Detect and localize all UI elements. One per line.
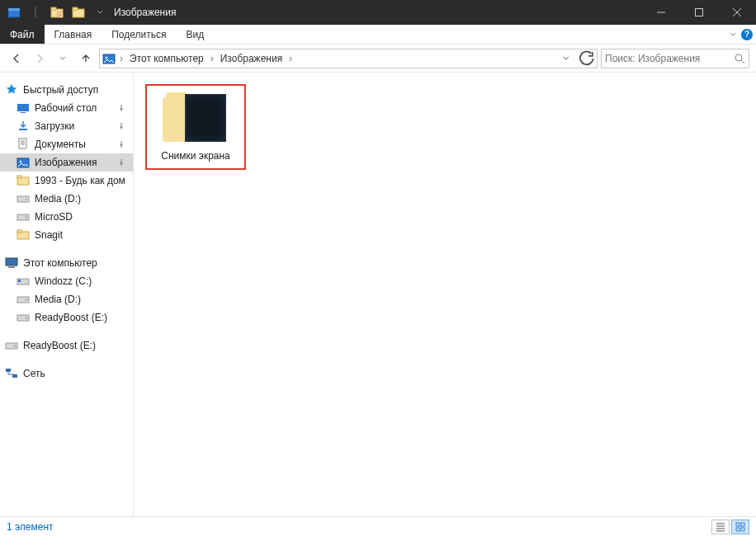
nav-forward-button[interactable] [30, 49, 50, 68]
tree-item-readyboost[interactable]: ReadyBoost (E:) [0, 336, 133, 355]
drive-icon [17, 311, 30, 324]
svg-rect-48 [741, 523, 744, 526]
tree-item-folder-snagit[interactable]: Snagit [0, 226, 133, 244]
svg-rect-4 [51, 7, 56, 10]
downloads-icon [17, 120, 30, 133]
svg-rect-42 [12, 374, 17, 378]
svg-rect-17 [19, 139, 26, 148]
folder-item-label: Снимки экрана [161, 150, 230, 162]
svg-point-11 [106, 56, 107, 58]
drive-icon [17, 192, 30, 205]
svg-rect-47 [736, 523, 739, 526]
svg-point-40 [14, 346, 16, 347]
svg-rect-1 [8, 8, 20, 11]
tree-label: Быстрый доступ [23, 84, 98, 96]
tree-item-drive-e[interactable]: ReadyBoost (E:) [0, 308, 133, 327]
maximize-button[interactable] [680, 0, 718, 25]
tree-item-desktop[interactable]: Рабочий стол [0, 99, 133, 117]
breadcrumb-pictures[interactable]: Изображения [217, 53, 286, 64]
folder-thumbnail [163, 92, 229, 145]
tree-label: Рабочий стол [35, 102, 97, 114]
tree-quick-access[interactable]: Быстрый доступ [0, 81, 133, 99]
tree-item-pictures[interactable]: Изображения [0, 153, 133, 172]
svg-rect-50 [741, 528, 744, 531]
breadcrumb-this-pc[interactable]: Этот компьютер [126, 53, 207, 64]
navigation-tree[interactable]: Быстрый доступ Рабочий стол Загрузки Док… [0, 73, 134, 516]
titlebar: Изображения [0, 0, 756, 25]
documents-icon [17, 138, 30, 151]
status-bar: 1 элемент [0, 516, 756, 536]
ribbon-file-tab[interactable]: Файл [0, 25, 45, 44]
tree-item-documents[interactable]: Документы [0, 135, 133, 153]
breadcrumb-label: Этот компьютер [130, 53, 204, 64]
qat-new-folder-icon[interactable] [48, 3, 66, 21]
breadcrumb-sep-icon[interactable]: › [118, 53, 125, 64]
qat-customize-chevron-icon[interactable] [91, 3, 109, 21]
tree-label: Media (D:) [35, 294, 81, 305]
view-large-icons-button[interactable] [731, 520, 749, 534]
qat-divider-icon [26, 3, 45, 21]
svg-line-13 [741, 60, 744, 63]
tree-label: Изображения [35, 157, 97, 168]
tree-item-drive-d[interactable]: Media (D:) [0, 290, 133, 308]
folder-item-screenshots[interactable]: Снимки экрана [150, 89, 241, 165]
minimize-button[interactable] [642, 0, 680, 25]
tree-item-folder[interactable]: 1993 - Будь как дом [0, 172, 133, 190]
svg-rect-14 [17, 104, 29, 111]
content-area[interactable]: Снимки экрана [134, 73, 756, 516]
svg-rect-31 [6, 258, 17, 266]
folder-icon [17, 228, 30, 242]
star-icon [5, 83, 18, 96]
tree-network[interactable]: Сеть [0, 364, 133, 383]
pc-icon [5, 256, 18, 270]
refresh-button[interactable] [577, 49, 595, 68]
pin-icon [118, 120, 125, 132]
folder-icon [17, 174, 30, 187]
svg-point-36 [26, 299, 27, 301]
address-history-chevron-icon[interactable] [557, 49, 575, 68]
tree-label: Windozz (C:) [35, 275, 92, 287]
svg-rect-30 [17, 230, 21, 233]
svg-rect-49 [736, 528, 739, 531]
pin-icon [118, 139, 125, 150]
svg-point-28 [26, 217, 27, 219]
tree-this-pc[interactable]: Этот компьютер [0, 254, 133, 272]
nav-history-chevron-icon[interactable] [53, 49, 73, 68]
status-item-count: 1 элемент [7, 521, 54, 533]
svg-rect-41 [6, 369, 11, 372]
ribbon-expand-chevron-icon[interactable] [730, 29, 736, 40]
pictures-location-icon [102, 51, 116, 66]
ribbon: Файл Главная Поделиться Вид ? [0, 25, 756, 45]
tree-item-drive-media[interactable]: Media (D:) [0, 190, 133, 208]
tree-label: Документы [35, 139, 86, 150]
ribbon-tab-view[interactable]: Вид [176, 25, 214, 44]
drive-icon [17, 210, 30, 223]
help-icon[interactable]: ? [741, 29, 753, 40]
ribbon-tab-home[interactable]: Главная [45, 25, 102, 44]
desktop-icon [17, 101, 30, 115]
svg-rect-7 [73, 7, 78, 10]
tree-item-drive-microsd[interactable]: MicroSD [0, 208, 133, 226]
tree-item-drive-c[interactable]: Windozz (C:) [0, 272, 133, 290]
breadcrumb-label: Изображения [220, 53, 282, 64]
search-input[interactable] [605, 53, 734, 64]
ribbon-tab-share[interactable]: Поделиться [102, 25, 176, 44]
nav-up-button[interactable] [76, 49, 96, 68]
tree-label: MicroSD [35, 211, 73, 223]
nav-back-button[interactable] [7, 49, 26, 68]
pin-icon [118, 157, 125, 168]
breadcrumb-sep-icon[interactable]: › [287, 53, 294, 64]
qat-folder-icon[interactable] [69, 3, 87, 21]
tree-label: Сеть [23, 368, 45, 379]
breadcrumb-sep-icon[interactable]: › [209, 53, 215, 64]
svg-point-26 [26, 199, 27, 200]
address-bar[interactable]: › Этот компьютер › Изображения › [99, 49, 598, 68]
view-details-button[interactable] [711, 520, 730, 534]
tree-item-downloads[interactable]: Загрузки [0, 117, 133, 135]
close-button[interactable] [718, 0, 756, 25]
pin-icon [118, 102, 125, 114]
qat-properties-icon[interactable] [5, 3, 23, 21]
search-box[interactable] [601, 49, 749, 68]
tree-label: Snagit [35, 229, 63, 241]
search-icon [734, 53, 745, 64]
